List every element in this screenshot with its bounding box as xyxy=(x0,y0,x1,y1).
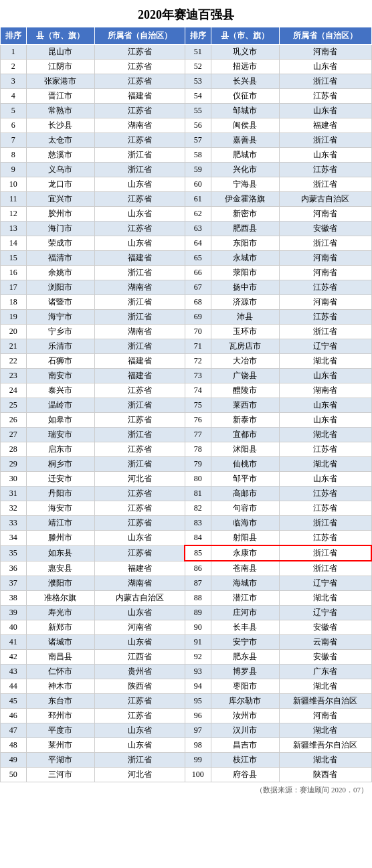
table-row: 24泰兴市江苏省74醴陵市湖南省 xyxy=(1,383,372,398)
province-left: 浙江省 xyxy=(95,266,185,280)
rank-left: 8 xyxy=(1,148,27,163)
county-left: 诸暨市 xyxy=(26,295,95,310)
province-left: 浙江省 xyxy=(95,428,185,442)
rank-left: 38 xyxy=(1,591,27,606)
col-header-province-right: 所属省（自治区） xyxy=(280,27,371,45)
county-left: 宜兴市 xyxy=(26,192,95,207)
rank-left: 28 xyxy=(1,442,27,457)
rank-left: 48 xyxy=(1,738,27,753)
county-right: 安宁市 xyxy=(211,635,280,650)
county-right: 博罗县 xyxy=(211,665,280,679)
county-left: 如东县 xyxy=(26,545,95,561)
province-right: 福建省 xyxy=(280,118,371,133)
rank-left: 37 xyxy=(1,576,27,591)
rank-left: 46 xyxy=(1,709,27,723)
county-right: 莱西市 xyxy=(211,398,280,413)
rank-left: 34 xyxy=(1,531,27,546)
province-right: 山东省 xyxy=(280,398,371,413)
rank-right: 90 xyxy=(185,620,211,635)
rank-left: 47 xyxy=(1,723,27,738)
table-row: 30迁安市河北省80邹平市山东省 xyxy=(1,472,372,487)
rank-right: 69 xyxy=(185,310,211,325)
col-header-rank-right: 排序 xyxy=(185,27,211,45)
province-right: 辽宁省 xyxy=(280,339,371,354)
province-left: 山东省 xyxy=(95,236,185,251)
rank-right: 67 xyxy=(185,280,211,295)
county-left: 福清市 xyxy=(26,251,95,266)
table-row: 22石狮市福建省72大冶市湖北省 xyxy=(1,354,372,369)
rank-left: 49 xyxy=(1,753,27,768)
province-left: 湖南省 xyxy=(95,576,185,591)
county-left: 平度市 xyxy=(26,723,95,738)
province-left: 湖南省 xyxy=(95,118,185,133)
table-row: 28启东市江苏省78沭阳县江苏省 xyxy=(1,442,372,457)
province-right: 河南省 xyxy=(280,266,371,280)
county-left: 迁安市 xyxy=(26,472,95,487)
table-row: 32海安市江苏省82句容市江苏省 xyxy=(1,501,372,516)
county-left: 如皋市 xyxy=(26,413,95,428)
county-left: 常熟市 xyxy=(26,104,95,118)
province-left: 江苏省 xyxy=(95,487,185,501)
table-row: 39寿光市山东省89庄河市辽宁省 xyxy=(1,606,372,620)
county-right: 邹城市 xyxy=(211,104,280,118)
province-right: 辽宁省 xyxy=(280,606,371,620)
province-left: 江苏省 xyxy=(95,516,185,531)
rank-left: 22 xyxy=(1,354,27,369)
county-right: 大冶市 xyxy=(211,354,280,369)
province-right: 陕西省 xyxy=(280,768,371,782)
province-right: 新疆维吾尔自治区 xyxy=(280,694,371,709)
county-left: 乐清市 xyxy=(26,339,95,354)
province-left: 江苏省 xyxy=(95,709,185,723)
rank-right: 66 xyxy=(185,266,211,280)
province-left: 浙江省 xyxy=(95,310,185,325)
county-right: 汉川市 xyxy=(211,723,280,738)
page-title: 2020年赛迪百强县 xyxy=(0,0,372,27)
rank-right: 56 xyxy=(185,118,211,133)
rank-left: 36 xyxy=(1,561,27,576)
province-left: 江苏省 xyxy=(95,694,185,709)
rank-left: 17 xyxy=(1,280,27,295)
county-right: 海城市 xyxy=(211,576,280,591)
county-right: 瓦房店市 xyxy=(211,339,280,354)
rank-right: 63 xyxy=(185,222,211,236)
rank-left: 3 xyxy=(1,74,27,89)
rank-left: 35 xyxy=(1,545,27,561)
main-table: 排序 县（市、旗） 所属省（自治区） 排序 县（市、旗） 所属省（自治区） 1昆… xyxy=(0,27,372,782)
table-row: 38准格尔旗内蒙古自治区88潜江市湖北省 xyxy=(1,591,372,606)
province-left: 江苏省 xyxy=(95,501,185,516)
province-right: 河南省 xyxy=(280,251,371,266)
rank-right: 88 xyxy=(185,591,211,606)
rank-right: 53 xyxy=(185,74,211,89)
table-row: 50三河市河北省100府谷县陕西省 xyxy=(1,768,372,782)
province-right: 河南省 xyxy=(280,709,371,723)
province-left: 浙江省 xyxy=(95,295,185,310)
rank-left: 31 xyxy=(1,487,27,501)
county-left: 石狮市 xyxy=(26,354,95,369)
rank-right: 81 xyxy=(185,487,211,501)
province-left: 河南省 xyxy=(95,620,185,635)
table-row: 47平度市山东省97汉川市湖北省 xyxy=(1,723,372,738)
county-right: 府谷县 xyxy=(211,768,280,782)
rank-left: 10 xyxy=(1,177,27,192)
county-right: 邹平市 xyxy=(211,472,280,487)
province-left: 福建省 xyxy=(95,369,185,383)
province-left: 山东省 xyxy=(95,207,185,222)
county-left: 丹阳市 xyxy=(26,487,95,501)
province-right: 浙江省 xyxy=(280,74,371,89)
province-left: 山东省 xyxy=(95,606,185,620)
province-left: 福建省 xyxy=(95,251,185,266)
county-right: 永城市 xyxy=(211,251,280,266)
province-right: 江苏省 xyxy=(280,163,371,177)
province-right: 湖北省 xyxy=(280,723,371,738)
table-row: 48莱州市山东省98昌吉市新疆维吾尔自治区 xyxy=(1,738,372,753)
county-left: 胶州市 xyxy=(26,207,95,222)
province-right: 山东省 xyxy=(280,148,371,163)
county-right: 伊金霍洛旗 xyxy=(211,192,280,207)
table-row: 17浏阳市湖南省67扬中市江苏省 xyxy=(1,280,372,295)
rank-right: 68 xyxy=(185,295,211,310)
province-right: 河南省 xyxy=(280,207,371,222)
province-right: 河南省 xyxy=(280,295,371,310)
rank-left: 27 xyxy=(1,428,27,442)
province-left: 江苏省 xyxy=(95,104,185,118)
rank-left: 7 xyxy=(1,133,27,148)
